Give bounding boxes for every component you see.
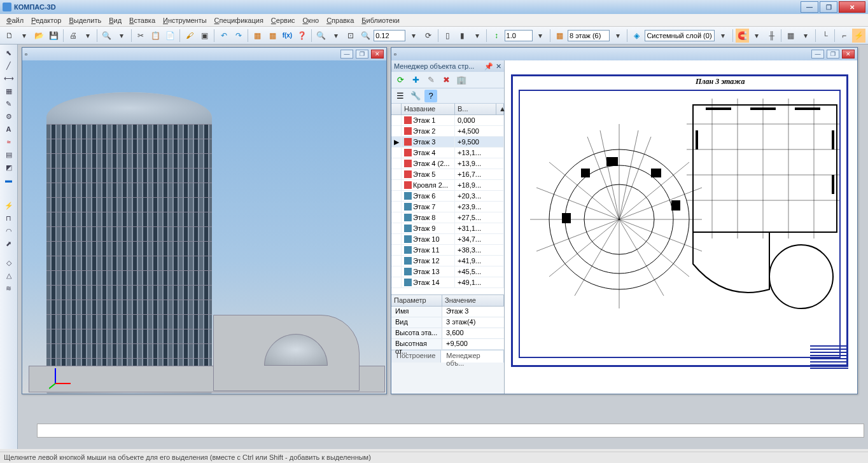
floor-row[interactable]: Этаж 10+34,7... — [391, 234, 504, 245]
floor-row[interactable]: Этаж 10,000 — [391, 115, 504, 126]
view2-button[interactable]: ▮ — [456, 29, 469, 43]
menu-Выделить[interactable]: Выделить — [65, 15, 105, 25]
axis-button[interactable]: ╫ — [765, 29, 778, 43]
edit-button[interactable]: ✎ — [424, 74, 437, 86]
floor-row[interactable]: Этаж 4 (2...+13,9... — [391, 158, 504, 169]
text-tool-icon[interactable]: A — [3, 123, 15, 135]
tool4-icon[interactable]: △ — [3, 270, 15, 281]
maximize-button[interactable]: ❐ — [820, 1, 837, 13]
edit-tool-icon[interactable]: ✎ — [3, 98, 15, 109]
zoom-out-button[interactable]: 🔍 — [359, 29, 372, 43]
dropdown-icon[interactable]: ▾ — [716, 29, 729, 43]
layer-select[interactable] — [645, 30, 715, 41]
dropdown-icon[interactable]: ▾ — [407, 29, 420, 43]
floor-row[interactable]: Этаж 14+49,1... — [391, 277, 504, 288]
zoom-in-button[interactable]: 🔍 — [314, 29, 328, 43]
menu-Инструменты[interactable]: Инструменты — [159, 15, 211, 25]
snap-button[interactable]: ⌐ — [837, 29, 851, 43]
brush-button[interactable]: 🖌 — [183, 29, 196, 43]
print-button[interactable]: 🖨 — [66, 29, 80, 43]
layer-mgr-button[interactable]: ◈ — [630, 29, 643, 43]
floor-row[interactable]: Этаж 4+13,1... — [391, 148, 504, 158]
mdi-minimize-button[interactable]: — — [811, 50, 824, 59]
mdi-maximize-button[interactable]: ❐ — [356, 50, 368, 59]
menu-Вид[interactable]: Вид — [105, 15, 125, 25]
refresh-button[interactable]: ⟳ — [421, 29, 435, 43]
delete-button[interactable]: ✖ — [440, 74, 452, 86]
menu-Файл[interactable]: Файл — [3, 15, 27, 25]
prop-row[interactable]: Вид3 этаж(4) — [391, 317, 504, 328]
dim-tool-icon[interactable]: ⟷ — [3, 73, 15, 84]
panel-close-icon[interactable]: ✕ — [496, 62, 501, 71]
menu-Сервис[interactable]: Сервис — [267, 15, 299, 25]
tool5-icon[interactable]: ≋ — [3, 282, 15, 294]
refresh-button[interactable]: ⟳ — [394, 74, 407, 86]
floor-row[interactable]: Этаж 2+4,500 — [391, 126, 504, 137]
building-button[interactable]: 🏢 — [455, 74, 468, 86]
menu-Спецификация[interactable]: Спецификация — [211, 15, 267, 25]
fx-button[interactable]: f(x) — [281, 29, 294, 43]
param-tool-icon[interactable]: ⚙ — [3, 111, 15, 122]
magnet-button[interactable]: 🧲 — [736, 29, 749, 43]
floor-row[interactable]: Этаж 6+20,3... — [391, 191, 504, 202]
dropdown-icon[interactable]: ▾ — [611, 29, 624, 43]
minimize-button[interactable]: — — [801, 1, 818, 13]
floor-row[interactable]: Этаж 11+38,3... — [391, 245, 504, 256]
dropdown-icon[interactable]: ▾ — [115, 29, 129, 43]
mdi-close-button[interactable]: ✕ — [842, 50, 855, 59]
floor-row[interactable]: Этаж 13+45,5... — [391, 266, 504, 277]
col-val-header[interactable]: В... — [455, 104, 496, 114]
prop-row[interactable]: Высотная от...+9,500 — [391, 339, 504, 350]
save-button[interactable]: 💾 — [47, 29, 60, 43]
add-button[interactable]: ✚ — [409, 74, 422, 86]
dropdown-icon[interactable]: ▾ — [799, 29, 813, 43]
zoom-input[interactable] — [374, 30, 405, 41]
zoom-fit-button[interactable]: ⊡ — [344, 29, 358, 43]
floor-row[interactable]: Этаж 8+27,5... — [391, 212, 504, 223]
tool3-icon[interactable]: ◇ — [3, 257, 15, 268]
floor-mgr-button[interactable]: ▦ — [553, 29, 566, 43]
dropdown-icon[interactable]: ▾ — [17, 29, 31, 43]
tab-build[interactable]: Построение — [391, 350, 441, 363]
tool2-icon[interactable]: ⬈ — [3, 238, 15, 249]
measure-tool-icon[interactable]: ⚡ — [3, 200, 15, 211]
settings-button[interactable]: 🔧 — [409, 90, 422, 102]
help-button[interactable]: ❓ — [295, 29, 309, 43]
state-button[interactable]: ↕ — [489, 29, 503, 43]
cut-button[interactable]: ✂ — [134, 29, 148, 43]
prop-row[interactable]: ИмяЭтаж 3 — [391, 307, 504, 317]
open-button[interactable]: 📂 — [32, 29, 45, 43]
copy-button[interactable]: 📋 — [149, 29, 162, 43]
fill-tool-icon[interactable]: ▬ — [3, 174, 15, 186]
menu-Окно[interactable]: Окно — [299, 15, 323, 25]
menu-Вставка[interactable]: Вставка — [125, 15, 159, 25]
line-tool-icon[interactable]: ╱ — [3, 60, 15, 71]
dropdown-icon[interactable]: ▾ — [81, 29, 94, 43]
dropdown-icon[interactable]: ▾ — [534, 29, 547, 43]
ortho-button[interactable]: └ — [818, 29, 832, 43]
scale-input[interactable] — [505, 30, 533, 41]
close-button[interactable]: ✕ — [839, 1, 865, 13]
block-tool-icon[interactable]: ◩ — [3, 162, 15, 173]
param-button[interactable]: ⚡ — [852, 29, 865, 43]
prop-row[interactable]: Высота эта...3,600 — [391, 328, 504, 339]
new-button[interactable]: 🗋 — [3, 29, 16, 43]
mdi-maximize-button[interactable]: ❐ — [827, 50, 839, 59]
floor-select[interactable] — [568, 30, 610, 41]
grid-button[interactable]: ▦ — [784, 29, 797, 43]
floor-row[interactable]: Этаж 7+23,9... — [391, 202, 504, 212]
menu-Библиотеки[interactable]: Библиотеки — [358, 15, 403, 25]
pin-icon[interactable]: 📌 — [484, 62, 493, 71]
library-button[interactable]: ▦ — [266, 29, 279, 43]
tab-manager[interactable]: Менеджер объ... — [441, 350, 504, 363]
undo-button[interactable]: ↶ — [217, 29, 230, 43]
view3d-canvas[interactable] — [22, 60, 386, 394]
hatch-tool-icon[interactable]: ▦ — [3, 85, 15, 97]
tool1-icon[interactable]: ⊓ — [3, 212, 15, 224]
mdi-close-button[interactable]: ✕ — [371, 50, 384, 59]
spec-button[interactable]: ▦ — [251, 29, 264, 43]
redo-button[interactable]: ↷ — [232, 29, 245, 43]
floor-row[interactable]: Этаж 12+41,9... — [391, 256, 504, 266]
menu-Справка[interactable]: Справка — [323, 15, 358, 25]
floor-row[interactable]: Этаж 5+16,7... — [391, 169, 504, 180]
